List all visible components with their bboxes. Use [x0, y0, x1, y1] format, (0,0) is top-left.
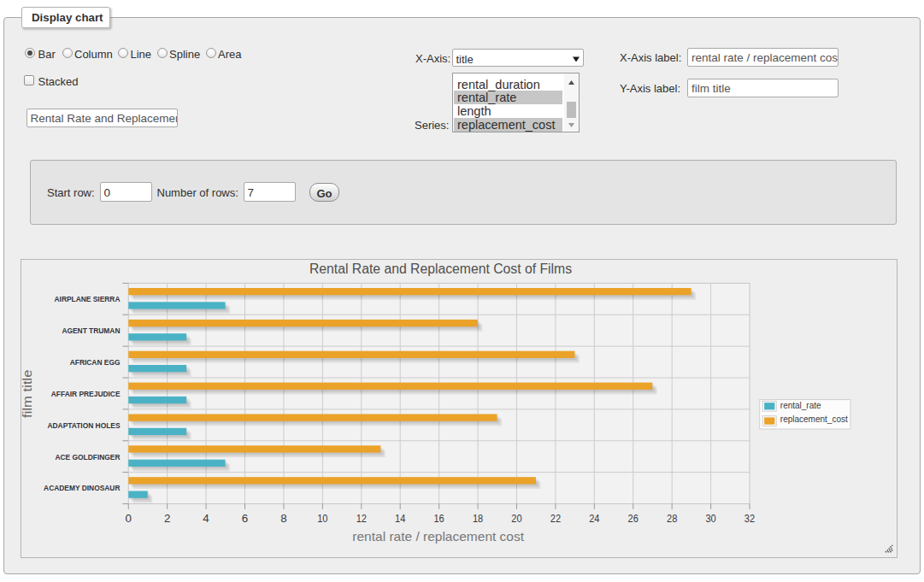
svg-text:AFRICAN EGG: AFRICAN EGG	[70, 357, 121, 367]
svg-text:16: 16	[433, 512, 444, 525]
svg-text:4: 4	[203, 512, 209, 525]
svg-text:ACE GOLDFINGER: ACE GOLDFINGER	[56, 452, 121, 461]
svg-text:22: 22	[550, 512, 561, 525]
svg-text:12: 12	[356, 512, 367, 525]
svg-text:0: 0	[126, 512, 132, 525]
svg-text:8: 8	[280, 512, 286, 525]
svg-text:24: 24	[589, 512, 600, 525]
svg-text:rental rate / replacement cost: rental rate / replacement cost	[352, 529, 525, 544]
svg-text:32: 32	[744, 512, 755, 525]
svg-text:10: 10	[317, 512, 327, 525]
svg-text:replacement_cost: replacement_cost	[780, 414, 848, 424]
svg-text:6: 6	[242, 512, 248, 525]
svg-text:ADAPTATION HOLES: ADAPTATION HOLES	[48, 420, 121, 430]
svg-text:18: 18	[473, 512, 483, 525]
svg-text:AGENT TRUMAN: AGENT TRUMAN	[62, 326, 120, 335]
svg-text:rental_rate: rental_rate	[780, 401, 821, 410]
svg-text:Rental Rate and Replacement Co: Rental Rate and Replacement Cost of Film…	[309, 262, 572, 276]
svg-text:2: 2	[164, 512, 170, 525]
svg-text:28: 28	[667, 512, 677, 525]
svg-text:30: 30	[705, 512, 715, 525]
svg-text:AIRPLANE SIERRA: AIRPLANE SIERRA	[55, 294, 121, 303]
svg-text:film title: film title	[21, 369, 35, 418]
svg-text:26: 26	[628, 512, 639, 525]
svg-text:20: 20	[511, 512, 521, 525]
svg-text:14: 14	[395, 512, 406, 525]
svg-text:AFFAIR PREJUDICE: AFFAIR PREJUDICE	[51, 389, 121, 398]
svg-text:ACADEMY DINOSAUR: ACADEMY DINOSAUR	[44, 483, 120, 492]
